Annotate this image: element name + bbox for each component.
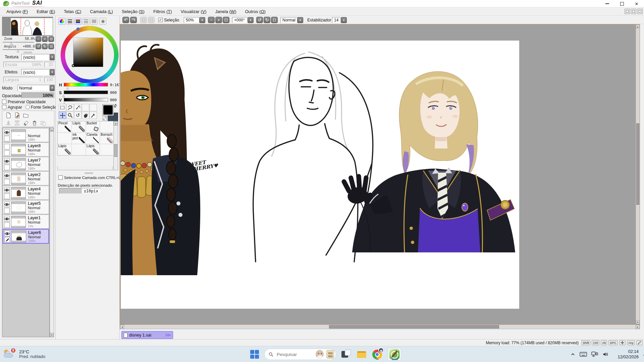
volume-icon[interactable] [602,352,608,357]
move-tool[interactable] [59,112,66,119]
angle-combo-dropdown[interactable]: ▼ [248,17,254,23]
brush-cell[interactable] [100,121,114,132]
selection-checkbox[interactable]: ✓ [158,18,163,22]
network-icon[interactable] [591,351,598,357]
rotate-ccw-button[interactable]: ↺ [256,17,263,23]
layer-mode-dropdown[interactable]: ▼ [50,85,55,91]
redo-button[interactable]: ↷ [130,17,137,23]
layer-opacity-slider[interactable]: 100% [21,93,55,98]
menu-item-2[interactable]: Telas (C) [59,8,86,15]
chrome-button[interactable] [372,349,383,360]
nav-zoom-out-button[interactable]: − [36,36,41,42]
new-layer-icon[interactable] [5,112,12,119]
swatch-grid-tab[interactable] [91,18,98,25]
maximize-button[interactable] [614,0,629,7]
value-slider[interactable] [64,98,108,102]
effect-dropdown[interactable]: ▼ [50,69,55,75]
canvas-workspace[interactable]: SWEET CHERRY♥ ▲ ▼ [120,24,640,324]
task-view-button[interactable] [341,349,352,360]
document-tab[interactable]: disney 1.sai 50% [121,331,173,339]
invert-selection-button[interactable] [148,17,155,23]
canvas-vertical-scrollbar[interactable]: ▲ ▼ [636,24,640,324]
nav-angle-reset-button[interactable] [48,44,54,49]
zoom-reset-button[interactable] [223,17,229,23]
detection-slider[interactable]: ±10pix [59,188,101,194]
layer-row[interactable]: Layer5 Normal 100% [3,200,49,214]
texture-dropdown[interactable]: ▼ [50,54,55,60]
hue-slider[interactable] [64,83,108,86]
brush-cell[interactable]: Lápis [58,144,71,155]
brush-cell[interactable] [100,144,114,155]
nav-rotate-ccw-button[interactable]: ↺ [36,44,41,49]
layer-visibility-toggle[interactable] [4,201,10,207]
texture-scale-field[interactable]: Escala 100% [3,62,43,67]
search-input[interactable] [276,352,313,357]
lasso-tool[interactable] [66,104,74,111]
canvas-scroll-left-icon[interactable]: ◄ [120,325,124,329]
swatch-list-tab[interactable] [83,18,90,25]
layer-list-scrollbar[interactable]: ▲ ▼ [50,127,54,337]
zoom-in-button[interactable]: + [215,17,222,23]
menu-item-0[interactable]: Arquivo (F) [2,8,32,15]
doc-restore-icon[interactable] [631,9,636,14]
document-canvas[interactable]: SWEET CHERRY♥ [121,41,519,309]
layer-extra-toggle[interactable] [4,179,10,185]
navigator-preview[interactable] [2,17,53,36]
layer-mode-select[interactable]: Normal [17,85,50,91]
transfer-down-icon[interactable] [5,120,12,126]
marquee-tool[interactable] [59,104,66,111]
brush-cell[interactable] [72,144,86,155]
angle-combo-value[interactable]: +000° [232,17,248,23]
nav-rotate-cw-button[interactable]: ↻ [42,44,48,49]
layer-visibility-toggle[interactable] [4,158,10,164]
canvas-scroll-down-icon[interactable]: ▼ [636,320,639,324]
empty-tool-slot[interactable] [90,104,97,111]
preserve-opacity-checkbox[interactable] [2,100,6,104]
brush-cell[interactable]: Lápis [86,144,100,155]
layer-visibility-toggle[interactable] [4,187,10,193]
merge-down-icon[interactable] [14,120,20,126]
rotate-cw-button[interactable]: ↻ [264,17,270,23]
nav-zoom-in-button[interactable]: + [42,36,48,42]
color-wheel-tab[interactable] [58,18,65,25]
brush-cell[interactable]: Làpis [72,121,86,132]
menu-item-5[interactable]: Filtros (T) [149,8,176,15]
saturation-value-square[interactable] [73,38,103,67]
zoom-tool[interactable] [66,112,74,119]
brush-grid-scrollbar[interactable]: ▲ [113,121,118,170]
brush-cell[interactable]: ink pint [72,133,86,144]
eyedropper-tool[interactable] [90,112,97,119]
foreground-color-swatch[interactable] [103,105,113,115]
touch-keyboard-icon[interactable] [580,352,587,357]
doc-arrange-icon[interactable] [637,9,643,14]
layer-row[interactable]: Layer6 Normal 100% [3,229,49,244]
tray-chevron-icon[interactable] [570,352,576,357]
weather-widget[interactable]: 8 23°C Pred. nublado [3,348,45,360]
grayscale-slider-tab[interactable] [66,18,73,25]
brush-cell[interactable]: Pincel [58,121,71,132]
delete-layer-icon[interactable] [31,120,38,126]
canvas-scroll-up-icon[interactable]: ▲ [636,24,639,28]
saturation-slider-marker[interactable]: △ [62,95,65,98]
rotate-view-tool[interactable]: ↺ [74,112,82,119]
navigator-zoom-slider[interactable] [3,42,34,43]
effect-width-field[interactable]: Largura 1 [3,77,43,82]
menu-item-1[interactable]: Editar (E) [32,8,59,15]
hue-marker[interactable] [76,27,79,31]
brush-cell[interactable]: Bucket [86,121,100,132]
layer-extra-toggle[interactable] [4,222,10,228]
rgb-slider-tab[interactable] [74,18,82,25]
layer-extra-toggle[interactable] [4,193,10,199]
layer-visibility-toggle[interactable] [4,216,10,222]
layer-row[interactable]: Layer8 Normal 100% [3,142,49,157]
paint-mode-combo[interactable]: Normal [280,17,297,23]
sai-taskbar-button[interactable] [388,348,401,361]
menu-item-3[interactable]: Camada (L) [86,8,117,15]
stabilizer-dropdown[interactable]: ▼ [341,17,347,23]
zoom-out-button[interactable]: − [208,17,215,23]
texture-select[interactable]: (vazio) [21,54,50,60]
notification-bell-icon[interactable]: z [643,351,644,357]
magic-wand-tool[interactable] [74,104,82,111]
menu-item-4[interactable]: Seleção (S) [117,8,149,15]
canvas-hscroll-thumb[interactable] [329,325,499,328]
